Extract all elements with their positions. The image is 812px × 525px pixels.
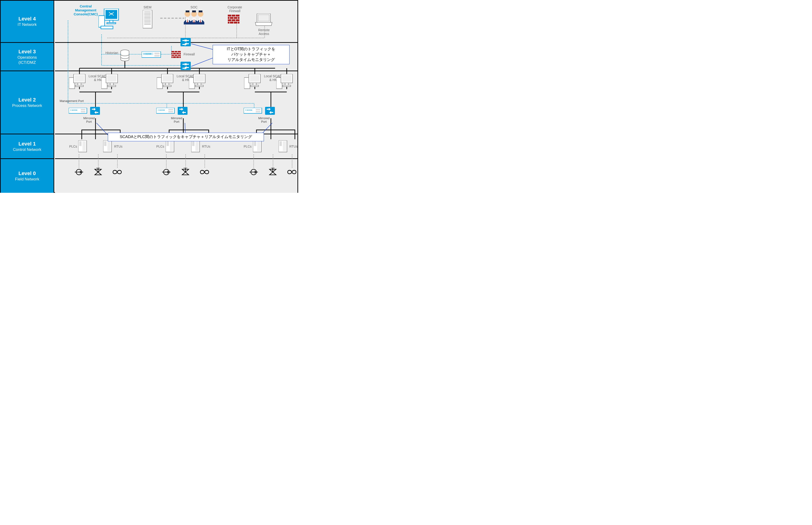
sensor-icon <box>162 168 172 176</box>
svg-rect-96 <box>81 109 86 110</box>
workstation-icon <box>69 74 86 90</box>
plc-icon <box>253 140 262 153</box>
plc-icon <box>191 140 201 153</box>
firewall-label: Firewall <box>183 52 200 56</box>
svg-rect-116 <box>166 141 169 146</box>
svg-rect-123 <box>257 141 261 151</box>
callout-itot: ITとOT間のトラフィックを パケットキャプチャ＋ リアルタイムモニタリング <box>213 45 290 64</box>
svg-rect-126 <box>283 141 286 151</box>
svg-rect-46 <box>154 52 160 54</box>
valve-icon <box>181 168 190 176</box>
infinity-icon <box>200 169 210 175</box>
svg-rect-68 <box>75 85 84 87</box>
level0-label: Level 0 Field Network <box>1 158 54 193</box>
svg-rect-107 <box>256 111 261 112</box>
svg-rect-78 <box>163 85 171 87</box>
svg-rect-77 <box>166 83 169 85</box>
soc-people-icon <box>182 11 206 27</box>
svg-rect-97 <box>81 111 86 112</box>
level4-title: Level 4 <box>18 16 36 22</box>
corpfw-label: Corporate Firewall <box>223 5 247 13</box>
level2-title: Level 2 <box>18 97 36 103</box>
callout-scadaplc: SCADAとPLC間のトラフィックをキャプチャ＋リアルタイムモニタリング <box>108 133 264 141</box>
siem-server-icon <box>143 10 153 29</box>
svg-rect-67 <box>78 83 81 85</box>
svg-rect-98 <box>90 107 100 115</box>
svg-rect-114 <box>107 141 110 151</box>
svg-rect-91 <box>282 75 291 82</box>
remote-label: Remote Access <box>253 28 275 35</box>
svg-rect-117 <box>170 141 173 151</box>
purdue-diagram: Level 4 IT Network Level 3 Operations (I… <box>0 0 298 193</box>
nozomi-appliance-l3-icon: ✦ NOZOMI <box>142 51 162 59</box>
level1-label: Level 1 Control Network <box>1 134 54 158</box>
svg-rect-88 <box>251 85 259 87</box>
svg-text:✦ NOZOMI: ✦ NOZOMI <box>70 109 77 111</box>
cmc-line1: Central <box>80 4 92 8</box>
svg-rect-92 <box>285 83 289 85</box>
svg-rect-76 <box>163 75 172 82</box>
svg-rect-102 <box>168 111 173 112</box>
level2-sub: Process Network <box>12 103 42 108</box>
firewall-l3-icon <box>172 51 182 59</box>
svg-rect-47 <box>154 55 160 57</box>
level3-label: Level 3 Operations (ICT/DMZ <box>1 42 54 71</box>
workstation-icon <box>244 74 262 90</box>
plc-icon <box>103 140 113 153</box>
switch-bottom-icon <box>180 62 192 71</box>
level3-sub1: Operations <box>17 55 37 60</box>
svg-rect-111 <box>83 141 86 151</box>
svg-rect-113 <box>104 141 106 146</box>
svg-text:✦ NOZOMI: ✦ NOZOMI <box>144 53 151 55</box>
level2-label: Level 2 Process Network <box>1 71 54 134</box>
svg-rect-41 <box>258 15 269 21</box>
nozomi-appliance-icon: ✦ NOZOMI <box>156 108 175 114</box>
svg-rect-93 <box>283 85 291 87</box>
plc-icon <box>279 140 288 153</box>
svg-rect-71 <box>107 75 117 82</box>
svg-rect-72 <box>110 83 114 85</box>
svg-rect-106 <box>256 109 261 110</box>
svg-rect-2 <box>110 20 113 22</box>
workstation-icon <box>189 74 206 90</box>
svg-rect-73 <box>108 85 116 87</box>
switch-icon <box>265 107 276 116</box>
plc-icon <box>78 140 88 153</box>
svg-rect-86 <box>250 75 259 82</box>
callout1-l1: ITとOT間のトラフィックを <box>227 47 276 51</box>
svg-rect-18 <box>186 11 189 12</box>
svg-rect-103 <box>178 107 188 115</box>
mgmt-port-label: Management Port <box>60 100 88 103</box>
siem-label: SIEM <box>139 5 156 9</box>
workstation-icon <box>157 74 174 90</box>
level4-sub: IT Network <box>18 22 37 27</box>
svg-rect-125 <box>280 141 282 146</box>
level0-sub: Field Network <box>15 177 39 182</box>
level3-sub2: (ICT/DMZ <box>18 60 36 65</box>
callout2-text: SCADAとPLC間のトラフィックをキャプチャ＋リアルタイムモニタリング <box>120 135 252 139</box>
callout1-l2: パケットキャプチャ＋ <box>231 52 271 57</box>
cmc-computer-icon <box>99 9 121 30</box>
nozomi-appliance-icon: ✦ NOZOMI <box>243 108 263 114</box>
plcs-b: PLCs <box>156 145 165 148</box>
svg-rect-119 <box>192 141 194 146</box>
level1-title: Level 1 <box>18 141 36 147</box>
level1-sub: Control Network <box>13 147 42 152</box>
mirrored-a: Mirrored Port <box>82 117 96 124</box>
laptop-icon <box>255 14 273 27</box>
rtus-a: RTUs <box>114 145 123 148</box>
rtus-c: RTUs <box>289 145 298 148</box>
svg-rect-108 <box>265 107 275 115</box>
infinity-icon <box>112 169 123 175</box>
cmc-line2: Management <box>75 8 97 12</box>
svg-rect-6 <box>143 10 152 28</box>
callout1-l3: リアルタイムモニタリング <box>227 58 275 62</box>
svg-text:✦ NOZOMI: ✦ NOZOMI <box>245 109 252 111</box>
svg-rect-83 <box>195 85 203 87</box>
svg-rect-81 <box>195 75 204 82</box>
svg-rect-21 <box>192 11 196 12</box>
svg-text:✦ NOZOMI: ✦ NOZOMI <box>158 109 165 111</box>
workstation-icon <box>276 74 294 90</box>
svg-rect-101 <box>168 109 173 110</box>
level4-label: Level 4 IT Network <box>1 1 54 42</box>
